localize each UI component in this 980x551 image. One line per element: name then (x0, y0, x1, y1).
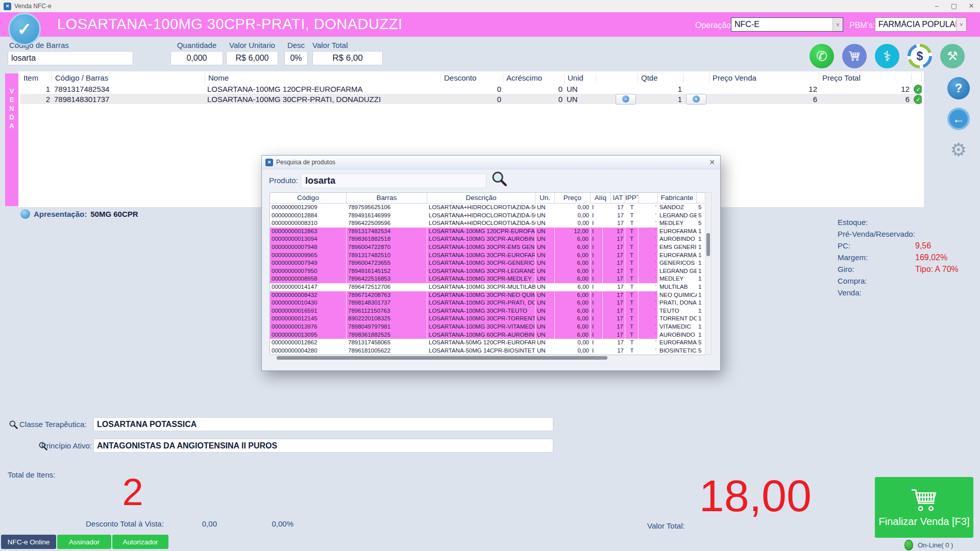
cell-descricao: LOSARTANA-100MG 30CPR-TORRENT DO B... (427, 315, 535, 323)
window-title: Venda NFC-e (14, 3, 52, 10)
column-header: Barras (347, 193, 427, 203)
dialog-close-icon[interactable]: ✕ (709, 158, 715, 166)
finalizar-venda-button[interactable]: Finalizar Venda [F3] (875, 477, 973, 538)
product-row[interactable]: 000000000130947898361882518LOSARTANA-100… (270, 235, 705, 243)
cell-iat: 17 (603, 267, 625, 276)
tools-icon[interactable]: ⚒ (940, 44, 965, 68)
product-row[interactable]: 000000000165917896112150763LOSARTANA-100… (270, 307, 705, 315)
cell-preco_total: 6 (819, 95, 912, 104)
chevron-down-icon[interactable]: ˅ (832, 18, 843, 31)
codigo-barras-input[interactable]: losarta (8, 51, 133, 65)
gear-icon[interactable]: ⚙ (947, 139, 970, 161)
cell-preco: 12,00 (555, 228, 591, 236)
qty-plus-button[interactable]: + (686, 94, 706, 105)
pbm-select[interactable]: FARMÁCIA POPULAR ˅ (875, 17, 967, 32)
horizontal-scrollbar-thumb[interactable] (277, 356, 607, 360)
pesquisa-produtos-dialog: ✕ Pesquisa de produtos ✕ Produto: losart… (261, 155, 721, 371)
search-icon[interactable] (8, 419, 18, 432)
cell-un: UN (535, 228, 555, 236)
online-status-icon (904, 540, 913, 550)
desc-input[interactable]: 0% (284, 51, 308, 65)
cell-codigo: 00000000012145 (270, 315, 347, 323)
product-row[interactable]: 000000000128847894916146999LOSARTANA+HID… (270, 212, 705, 220)
classe-terapeutica-label: Classe Terapêutica: (19, 420, 92, 429)
cell-un: UN (535, 267, 555, 276)
cell-fabricante: MULTILAB (658, 283, 697, 291)
cell-iat: 17 (603, 347, 625, 355)
product-row[interactable]: 000000000128627891317458065LOSARTANA-50M… (270, 339, 705, 347)
cart-icon (909, 487, 940, 513)
dollar-icon[interactable]: $ (908, 44, 932, 68)
product-row[interactable]: 000000000130957898361882525LOSARTANA-100… (270, 331, 705, 339)
whatsapp-icon[interactable]: ✆ (810, 44, 834, 68)
operacao-select[interactable]: NFC-E ˅ (731, 17, 843, 32)
cell-descricao: LOSARTANA-100MG 30CPR-PRATI, DONADU... (427, 299, 535, 307)
product-row[interactable]: 000000000121458902220108325LOSARTANA-100… (270, 315, 705, 323)
sale-table-row[interactable]: 17891317482534LOSARTANA-100MG 120CPR-EUR… (20, 84, 922, 94)
product-row[interactable]: 000000000079507894916145152LOSARTANA-100… (270, 267, 705, 276)
cell-fabricante: EUROFARMA (658, 339, 697, 347)
product-row[interactable]: 000000000128637891317482534LOSARTANA-100… (270, 228, 705, 236)
product-row[interactable]: 000000000042807896181005622LOSARTANA-50M… (270, 347, 705, 355)
back-button[interactable]: ← (947, 108, 970, 130)
product-row[interactable]: 000000000084327896714208763LOSARTANA-100… (270, 291, 705, 299)
cell-codigo: 00000000016591 (270, 307, 347, 315)
cell-fabricante: EMS GENERICO (658, 243, 697, 252)
cell-sep: ' (639, 212, 658, 220)
cell-ippt: T (625, 252, 639, 260)
cell-un: UN (535, 323, 555, 331)
product-row[interactable]: 000000000083107896422509596LOSARTANA+HID… (270, 219, 705, 228)
product-row[interactable]: 000000000089587896422516853LOSARTANA-100… (270, 275, 705, 283)
current-product-title: LOSARTANA-100MG 30CPR-PRATI, DONADUZZI (57, 16, 402, 33)
sale-table-row[interactable]: 27898148301737LOSARTANA-100MG 30CPR-PRAT… (20, 94, 922, 104)
cell-barras: 7896714208763 (347, 291, 427, 299)
cell-aliq: I (591, 299, 603, 307)
product-row[interactable]: 000000000141477896472512706LOSARTANA-100… (270, 283, 705, 291)
cell-fabricante: AUROBINDO P... (658, 235, 697, 243)
vertical-scrollbar-thumb[interactable] (706, 233, 710, 256)
cell-iat: 17 (603, 275, 625, 283)
stock-panel: Estoque:Pré-Venda/Reservado:PC:9,56Marge… (838, 216, 974, 298)
stethoscope-icon[interactable]: ⚕ (875, 44, 899, 68)
cell-clip: 1 (697, 228, 705, 236)
qty-minus-button[interactable]: − (616, 94, 636, 105)
product-row[interactable]: 000000000129097897595625106LOSARTANA+HID… (270, 204, 705, 212)
cell-barras: 7896004722870 (347, 243, 427, 252)
classe-terapeutica-input[interactable]: LOSARTANA POTASSICA (93, 417, 553, 431)
cell-ippt: T (625, 315, 639, 323)
help-button[interactable]: ? (947, 77, 970, 99)
valor-unitario-input[interactable]: R$ 6,000 (226, 51, 278, 65)
product-row[interactable]: 000000000139767898049797981LOSARTANA-100… (270, 323, 705, 331)
maximize-button[interactable]: ▢ (945, 0, 963, 12)
cell-descricao: LOSARTANA+HIDROCLOROTIAZIDA-50+12,5... (427, 219, 535, 228)
produto-search-input[interactable]: losarta (301, 173, 486, 188)
product-row[interactable]: 000000000104307898148301737LOSARTANA-100… (270, 299, 705, 307)
status-assinador[interactable]: Assinador (57, 535, 111, 549)
globe-icon (20, 209, 30, 219)
cell-un: UN (535, 339, 555, 347)
cell-iat: 17 (603, 323, 625, 331)
status-nfce-online[interactable]: NFC-e Online (1, 535, 56, 549)
chevron-down-icon[interactable]: ˅ (956, 18, 966, 31)
search-icon[interactable] (491, 170, 508, 189)
minimize-button[interactable]: – (928, 0, 945, 12)
cell-fabricante: LEGRAND GEN... (658, 212, 697, 220)
product-row[interactable]: 000000000099657891317482510LOSARTANA-100… (270, 252, 705, 260)
cell-clip: 1 (697, 259, 705, 267)
cell-preco_venda: 6 (709, 95, 819, 104)
cart-icon[interactable] (842, 44, 867, 68)
principio-ativo-input[interactable]: ANTAGONISTAS DA ANGIOTENSINA II PUROS (93, 439, 553, 453)
status-autorizador[interactable]: Autorizador (112, 535, 168, 549)
cell-ippt: T (625, 291, 639, 299)
cell-descricao: LOSARTANA-100MG 30CPR-MULTILAB (427, 283, 535, 291)
item-confirmed-icon: ✓ (914, 85, 922, 94)
cell-sep: ' (639, 228, 658, 236)
quantidade-input[interactable]: 0,000 (170, 51, 223, 65)
product-row[interactable]: 000000000079497896004723655LOSARTANA-100… (270, 259, 705, 267)
dialog-titlebar[interactable]: ✕ Pesquisa de produtos ✕ (262, 156, 720, 169)
product-row[interactable]: 000000000079487896004722870LOSARTANA-100… (270, 243, 705, 252)
close-button[interactable]: ✕ (963, 0, 980, 12)
column-header: Preço (555, 193, 591, 203)
produto-search-value: losarta (301, 176, 335, 186)
stock-value: 169,02% (915, 253, 947, 262)
